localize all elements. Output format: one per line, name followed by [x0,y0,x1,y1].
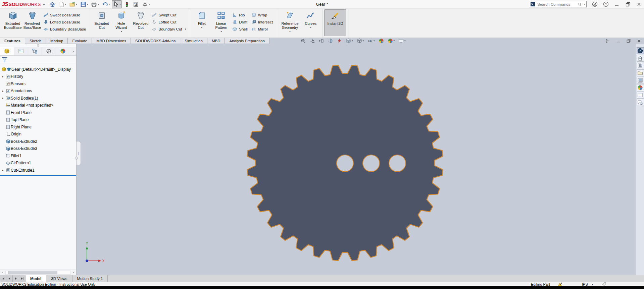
view-palette-button[interactable] [637,77,644,84]
minimize-doc-button[interactable] [615,38,621,44]
tab-evaluate[interactable]: Evaluate [67,38,92,44]
display-style-button[interactable]: ▾ [357,38,364,44]
last-item-button[interactable] [19,275,26,282]
select-cursor-button[interactable]: ▾ [112,0,122,8]
restore-window-button[interactable] [625,1,631,7]
tab-markup[interactable]: Markup [46,38,68,44]
panel-grip[interactable] [0,44,76,47]
file-explorer-button[interactable] [637,69,644,76]
dimxpertmanager-tab-button[interactable] [42,47,56,55]
units-caret-icon[interactable]: ▴ [592,283,593,286]
dropdown-caret-icon[interactable]: ▾ [76,3,77,6]
rebuild-button[interactable] [123,0,131,8]
lofted-boss-base-button[interactable]: Lofted Boss/Base [42,18,88,25]
tree-item-history[interactable]: ▸History [0,73,76,80]
wrap-button[interactable]: Wrap [250,11,275,18]
expand-arrow-icon[interactable]: ▸ [0,97,6,100]
extruded-boss-base-button[interactable]: Extruded Boss/Base [3,9,22,36]
tree-item-solid[interactable]: ▸Solid Bodies(1) [0,95,76,102]
expand-panel-arrow[interactable]: › [70,47,76,55]
shell-button[interactable]: Shell [231,25,250,33]
curves-button[interactable]: Curves▾ [301,9,320,36]
options-list-button[interactable] [132,0,140,8]
dropdown-caret-icon[interactable]: ▾ [289,30,291,33]
lofted-cut-button[interactable]: Lofted Cut [150,18,188,25]
expand-arrow-icon[interactable]: ▸ [0,169,6,172]
extruded-cut-button[interactable]: Extruded Cut [92,9,111,36]
dropdown-caret-icon[interactable]: ▾ [352,40,353,42]
dropdown-caret-icon[interactable]: ▾ [65,3,66,6]
panel-horizontal-scrollbar[interactable]: ‹ › [0,270,76,275]
revolved-cut-button[interactable]: Revolved Cut [131,9,150,36]
search-input[interactable] [537,2,576,7]
home-taskpane-button[interactable] [637,55,644,62]
hide-show-items-button[interactable]: ▾ [367,38,375,44]
search-caret-icon[interactable]: ▾ [584,3,585,6]
zoom-to-fit-button[interactable] [300,38,306,44]
dropdown-caret-icon[interactable]: ▾ [220,30,222,33]
doc-tab-3d-views[interactable]: 3D Views [46,275,72,282]
doc-tab-motion-study-1[interactable]: Motion Study 1 [72,275,108,282]
panel-flyout-handle[interactable]: ∥ [77,141,81,165]
tree-item-gear[interactable]: Gear (Default<<Default>_Display [0,66,76,73]
help-button[interactable]: ? [603,1,609,7]
view-orientation-button[interactable]: ▾ [346,38,353,44]
dropdown-caret-icon[interactable]: ▾ [109,3,110,6]
draft-button[interactable]: Draft [231,18,250,25]
restore-doc-button[interactable] [626,38,632,44]
dropdown-caret-icon[interactable]: ▾ [185,28,186,31]
minimize-window-button[interactable] [614,1,620,7]
tab-simulation[interactable]: Simulation [180,38,207,44]
solidworks-resources-button[interactable] [637,47,644,54]
tree-item-top[interactable]: Top Plane [0,116,76,124]
rollback-bar[interactable] [0,175,76,176]
zoom-to-area-button[interactable] [309,38,315,44]
tab-solidworks-add-ins[interactable]: SOLIDWORKS Add-Ins [131,38,180,44]
fillet-button[interactable]: Fillet▾ [192,9,211,36]
tree-item-boss-extrude3[interactable]: Boss-Extrude3 [0,145,76,153]
dropdown-caret-icon[interactable]: ▾ [310,26,311,29]
print-button[interactable]: ▾ [90,0,100,8]
boundary-boss-base-button[interactable]: Boundary Boss/Base [42,25,88,33]
menu-flyout-arrow[interactable]: ▸ [43,3,45,6]
tab-mbd-dimensions[interactable]: MBD Dimensions [92,38,131,44]
login-button[interactable] [592,1,598,7]
instant3d-button[interactable]: Instant3D [324,9,346,36]
units-selector[interactable]: IPS [582,282,588,286]
scroll-right-arrow[interactable]: › [71,271,76,274]
tree-item-cirpattern1[interactable]: CirPattern1 [0,160,76,167]
dropdown-caret-icon[interactable]: ▾ [121,30,122,33]
graphics-viewport[interactable]: Y X ∥ [77,44,636,275]
boundary-cut-button[interactable]: Boundary Cut▾ [150,25,188,33]
intersect-button[interactable]: Intersect [250,18,275,25]
hole-wizard-button[interactable]: Hole Wizard▾ [111,9,131,36]
tab-mbd[interactable]: MBD [207,38,225,44]
propertymanager-tab-button[interactable] [14,47,28,55]
custom-properties-button[interactable] [637,92,644,99]
close-doc-button[interactable] [636,38,642,44]
edit-appearance-button[interactable] [379,38,384,44]
panel-splitter-grip[interactable] [75,157,78,160]
dropdown-caret-icon[interactable]: ▾ [363,40,364,42]
dynamic-annotation-views-button[interactable] [337,38,342,44]
dropdown-caret-icon[interactable]: ▾ [149,3,150,6]
search-magnifier-icon[interactable] [577,2,582,7]
tree-item-sensors[interactable]: Sensors [0,80,76,88]
dropdown-caret-icon[interactable]: ▾ [201,26,202,29]
new-document-button[interactable]: ▾ [57,0,67,8]
dropdown-caret-icon[interactable]: ▾ [98,3,99,6]
revolved-boss-base-button[interactable]: Revolved Boss/Base [22,9,42,36]
swept-boss-base-button[interactable]: Swept Boss/Base [42,11,88,18]
tab-sketch[interactable]: Sketch [25,38,46,44]
configurationmanager-tab-button[interactable] [28,47,42,55]
save-button[interactable]: ▾ [79,0,89,8]
dropdown-caret-icon[interactable]: ▾ [119,3,121,6]
section-view-button[interactable] [328,38,333,44]
apply-scene-button[interactable]: ▾ [388,38,395,44]
swept-cut-button[interactable]: Swept Cut [150,11,188,18]
gear-model[interactable] [77,44,636,275]
mirror-button[interactable]: Mirror [250,25,275,33]
search-commands-box[interactable]: ▾ [529,1,587,7]
scrollbar-track[interactable] [5,271,71,275]
tree-item-front[interactable]: Front Plane [0,109,76,116]
